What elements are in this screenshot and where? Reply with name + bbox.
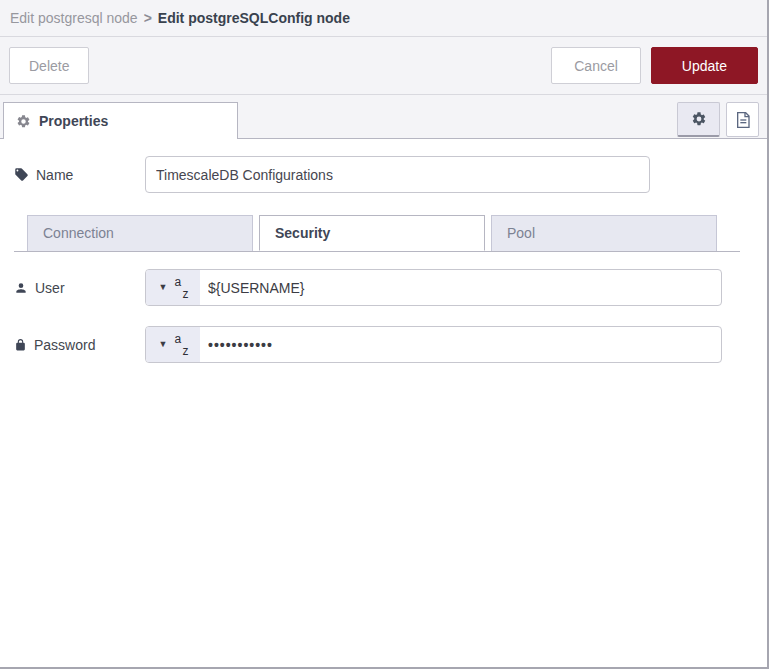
password-row: Password ▼ a z [0,326,767,363]
user-input[interactable] [200,270,721,305]
dialog-toolbar: Delete Cancel Update [0,37,767,95]
breadcrumb-separator: > [144,10,152,26]
password-input[interactable] [200,327,721,362]
password-typed-input: ▼ a z [145,326,722,363]
user-label-text: User [35,280,65,296]
breadcrumb: Edit postgresql node > Edit postgreSQLCo… [0,0,767,37]
tab-properties[interactable]: Properties [3,102,238,139]
edit-node-dialog: Edit postgresql node > Edit postgreSQLCo… [0,0,769,669]
cancel-button[interactable]: Cancel [551,47,641,84]
password-type-select-button[interactable]: ▼ a z [146,327,200,362]
config-sub-tabs: Connection Security Pool [14,215,740,252]
user-row: User ▼ a z [0,269,767,306]
string-type-icon: a z [174,277,187,299]
properties-form: Name Connection Security Pool User ▼ [0,139,767,363]
gear-icon [16,114,31,129]
breadcrumb-parent-link[interactable]: Edit postgresql node [10,10,138,26]
caret-down-icon: ▼ [159,340,168,349]
breadcrumb-current: Edit postgreSQLConfig node [158,10,350,26]
tab-pool[interactable]: Pool [491,215,717,251]
edit-properties-button[interactable] [677,102,720,137]
tab-security[interactable]: Security [259,215,485,251]
string-type-icon: a z [174,334,187,356]
name-label: Name [14,167,145,183]
password-label-text: Password [34,337,95,353]
panel-icon-buttons [677,102,759,137]
caret-down-icon: ▼ [159,283,168,292]
name-label-text: Name [36,167,73,183]
tab-properties-label: Properties [39,113,108,129]
document-icon [735,111,751,129]
user-typed-input: ▼ a z [145,269,722,306]
update-button[interactable]: Update [651,47,758,84]
user-label: User [14,280,145,296]
person-icon [14,281,28,295]
user-type-select-button[interactable]: ▼ a z [146,270,200,305]
panel-tab-bar: Properties [0,95,767,139]
gear-icon [691,111,707,127]
name-input[interactable] [145,156,650,193]
tag-icon [14,167,29,182]
name-row: Name [0,156,767,193]
lock-icon [14,338,27,352]
tab-connection[interactable]: Connection [27,215,253,251]
password-label: Password [14,337,145,353]
edit-description-button[interactable] [726,102,759,137]
delete-button[interactable]: Delete [9,47,89,84]
